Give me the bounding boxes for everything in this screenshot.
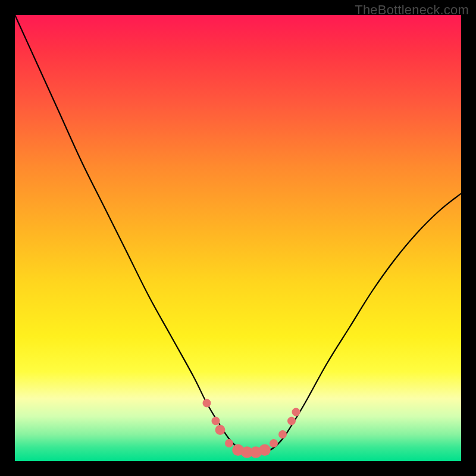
chart-plot-area xyxy=(15,15,461,461)
curve-markers xyxy=(203,399,300,458)
bottleneck-curve-line xyxy=(15,15,461,453)
curve-marker xyxy=(259,444,271,456)
curve-marker xyxy=(215,425,226,435)
chart-frame: TheBottleneck.com xyxy=(0,0,476,476)
curve-marker xyxy=(287,417,296,425)
curve-marker xyxy=(278,430,287,439)
bottleneck-curve-svg xyxy=(15,15,461,461)
curve-marker xyxy=(203,399,211,408)
curve-marker xyxy=(225,439,233,447)
curve-marker xyxy=(270,439,278,447)
curve-marker xyxy=(212,417,220,425)
curve-marker xyxy=(292,408,300,416)
attribution-label: TheBottleneck.com xyxy=(355,2,469,18)
